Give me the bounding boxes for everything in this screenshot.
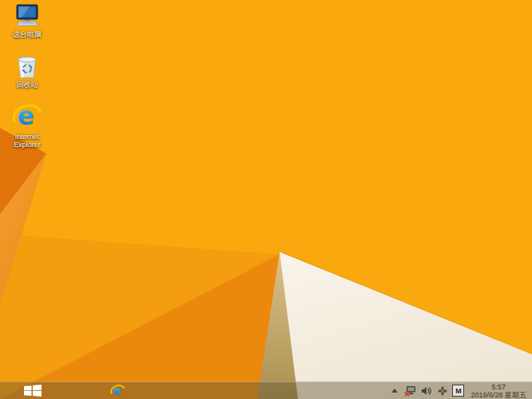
start-button[interactable] bbox=[14, 382, 51, 399]
chevron-up-icon bbox=[391, 389, 398, 393]
taskbar-clock[interactable]: 5:57 2019/6/28 星期五 bbox=[470, 383, 528, 399]
network-status-button[interactable] bbox=[404, 385, 416, 397]
desktop-icon-internet-explorer[interactable]: e Internet Explorer bbox=[2, 101, 53, 149]
network-disconnected-icon bbox=[404, 385, 416, 397]
windows-logo-icon bbox=[24, 385, 42, 397]
input-method-letter: M bbox=[455, 387, 462, 395]
vm-tools-button[interactable] bbox=[436, 385, 448, 397]
taskbar-internet-explorer-button[interactable]: e bbox=[96, 382, 139, 399]
desktop-icon-label: Internet Explorer bbox=[2, 133, 52, 149]
desktop: 这台电脑 回收站 e Internet Explorer bbox=[0, 0, 532, 399]
speaker-icon bbox=[421, 386, 431, 396]
input-method-indicator[interactable]: M bbox=[452, 385, 464, 397]
this-pc-icon bbox=[14, 4, 41, 29]
clock-date: 2019/6/28 星期五 bbox=[470, 391, 526, 399]
internet-explorer-icon: e bbox=[110, 383, 125, 398]
taskbar: e bbox=[0, 381, 532, 399]
desktop-icon-recycle-bin[interactable]: 回收站 bbox=[2, 53, 53, 89]
desktop-icon-label: 回收站 bbox=[17, 81, 38, 89]
clock-time: 5:57 bbox=[470, 383, 526, 391]
desktop-icon-label: 这台电脑 bbox=[13, 30, 42, 38]
recycle-bin-icon bbox=[15, 53, 39, 79]
desktop-icon-this-pc[interactable]: 这台电脑 bbox=[2, 4, 53, 38]
wallpaper-image bbox=[0, 0, 532, 399]
cross-tool-icon bbox=[438, 386, 447, 396]
show-hidden-icons-button[interactable] bbox=[388, 385, 400, 397]
internet-explorer-icon: e bbox=[12, 101, 42, 131]
system-tray: M 5:57 2019/6/28 星期五 bbox=[388, 383, 532, 399]
volume-button[interactable] bbox=[420, 385, 432, 397]
